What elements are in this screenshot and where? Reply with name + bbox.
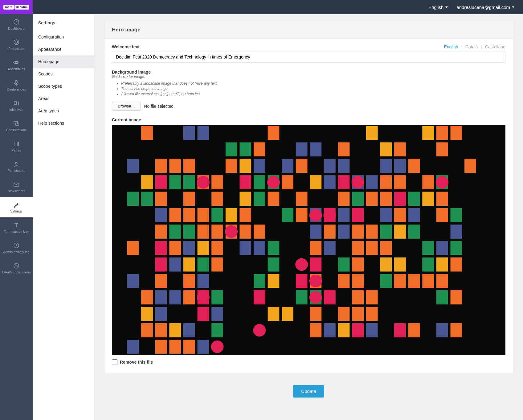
lang-tab-english[interactable]: English [444, 44, 458, 49]
subnav-scopes[interactable]: Scopes [33, 68, 94, 80]
svg-rect-202 [155, 340, 167, 354]
svg-rect-138 [211, 257, 223, 272]
nav-settings[interactable]: Settings [0, 197, 33, 217]
subnav-appearance[interactable]: Appearance [33, 43, 94, 55]
svg-rect-154 [296, 274, 308, 288]
svg-rect-124 [254, 241, 265, 255]
nav-label: Newsletters [7, 189, 25, 193]
svg-rect-46 [141, 175, 153, 189]
svg-rect-70 [239, 192, 251, 206]
nav-label: Term customizer [4, 230, 29, 233]
svg-rect-176 [451, 290, 462, 305]
svg-rect-102 [183, 224, 195, 239]
svg-rect-110 [338, 224, 350, 239]
svg-rect-85 [198, 208, 209, 222]
subnav-configuration[interactable]: Configuration [33, 31, 94, 43]
svg-rect-123 [239, 241, 251, 255]
svg-rect-195 [352, 323, 364, 337]
svg-rect-72 [268, 192, 280, 206]
svg-rect-161 [422, 274, 434, 288]
svg-rect-60 [366, 175, 378, 189]
update-button[interactable]: Update [293, 385, 324, 398]
guidance-title: Guidance for image: [112, 75, 505, 79]
secondary-nav-title: Settings [33, 18, 94, 31]
svg-rect-112 [366, 224, 378, 239]
nav-admin-activity-log[interactable]: Admin activity log [0, 238, 33, 258]
svg-rect-142 [352, 257, 364, 272]
ban-icon [13, 263, 19, 269]
language-dropdown[interactable]: English [428, 5, 448, 10]
nav-assemblies[interactable]: Assemblies [0, 55, 33, 75]
browse-button[interactable]: Browse… [112, 102, 141, 111]
nav-processes[interactable]: Processes [0, 34, 33, 55]
svg-rect-128 [352, 241, 364, 255]
nav-label: Assemblies [8, 67, 25, 71]
subnav-homepage[interactable]: Homepage [33, 55, 94, 68]
svg-rect-181 [268, 307, 280, 321]
subnav-area-types[interactable]: Area types [33, 105, 94, 117]
lang-tab-catala[interactable]: Català [465, 44, 478, 49]
topbar: meta decidim English andreslucena@gmail.… [0, 0, 523, 14]
user-dropdown[interactable]: andreslucena@gmail.com [456, 5, 514, 10]
svg-rect-57 [324, 175, 336, 189]
svg-rect-189 [169, 323, 181, 337]
svg-rect-115 [408, 224, 420, 239]
eye-icon [13, 59, 19, 66]
svg-rect-104 [211, 224, 223, 239]
svg-rect-45 [464, 159, 476, 173]
svg-rect-37 [254, 159, 265, 173]
svg-rect-179 [198, 307, 209, 321]
svg-rect-82 [155, 208, 167, 222]
lang-tab-castellano[interactable]: Castellano [485, 44, 505, 49]
chevron-down-icon [445, 6, 448, 8]
svg-rect-18 [366, 126, 378, 140]
svg-rect-188 [155, 323, 167, 337]
svg-rect-157 [352, 274, 364, 288]
svg-rect-4 [15, 80, 17, 83]
svg-rect-196 [366, 323, 378, 337]
svg-rect-40 [324, 159, 336, 173]
svg-rect-33 [169, 159, 181, 173]
svg-rect-125 [268, 241, 280, 255]
logo-area[interactable]: meta decidim [0, 0, 33, 14]
svg-point-219 [211, 340, 224, 353]
svg-rect-149 [155, 274, 167, 288]
subnav-help-sections[interactable]: Help sections [33, 117, 94, 129]
nav-pages[interactable]: Pages [0, 136, 33, 156]
nav-term-customizer[interactable]: Term customizer [0, 217, 33, 238]
svg-rect-6 [16, 102, 18, 105]
remove-file-checkbox[interactable] [112, 359, 117, 365]
subnav-areas[interactable]: Areas [33, 92, 94, 105]
nav-oauth-applications[interactable]: OAuth applications [0, 258, 33, 278]
nav-dashboard[interactable]: Dashboard [0, 14, 33, 34]
nav-label: Participants [7, 169, 25, 172]
svg-rect-21 [451, 126, 462, 140]
nav-consultations[interactable]: Consultations [0, 116, 33, 136]
secondary-nav: Settings ConfigurationAppearanceHomepage… [33, 14, 94, 420]
svg-rect-17 [268, 126, 280, 140]
svg-rect-100 [155, 224, 167, 239]
svg-rect-182 [282, 307, 293, 321]
svg-rect-88 [239, 208, 251, 222]
nav-conferences[interactable]: Conferences [0, 75, 33, 95]
logo-pill-decidim: decidim [14, 5, 29, 10]
svg-rect-191 [211, 323, 223, 337]
svg-rect-101 [169, 224, 181, 239]
nav-label: Conferences [7, 87, 26, 91]
svg-rect-151 [198, 274, 209, 288]
svg-rect-61 [380, 175, 392, 189]
svg-rect-31 [127, 159, 139, 173]
svg-rect-27 [338, 142, 350, 156]
svg-rect-201 [127, 340, 139, 354]
svg-rect-41 [338, 159, 350, 173]
svg-rect-131 [422, 241, 434, 255]
nav-initiatives[interactable]: Initiatives [0, 95, 33, 116]
subnav-scope-types[interactable]: Scope types [33, 80, 94, 92]
nav-newsletters[interactable]: Newsletters [0, 177, 33, 197]
svg-point-209 [436, 176, 448, 188]
svg-rect-187 [141, 323, 153, 337]
nav-participants[interactable]: Participants [0, 156, 33, 177]
welcome-text-input[interactable] [112, 51, 505, 63]
svg-rect-126 [310, 241, 321, 255]
nav-label: Dashboard [8, 26, 25, 30]
